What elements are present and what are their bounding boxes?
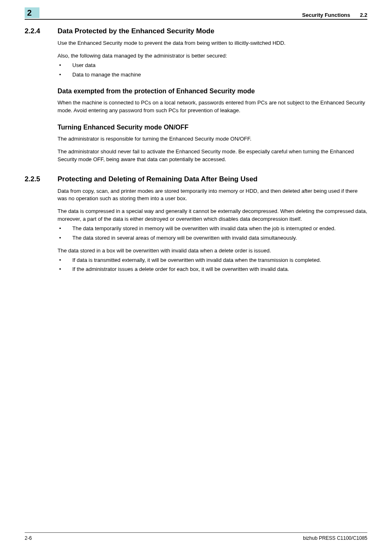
section-title: Data Protected by the Enhanced Security …	[58, 27, 214, 35]
paragraph: The data is compressed in a special way …	[58, 208, 367, 223]
bullet-list: If data is transmitted externally, it wi…	[58, 257, 367, 274]
bullet-list: The data temporarily stored in memory wi…	[58, 225, 367, 242]
list-item: The data temporarily stored in memory wi…	[58, 225, 367, 233]
bullet-list: User data Data to manage the machine	[58, 62, 367, 79]
paragraph: Data from copy, scan, and printer modes …	[58, 187, 367, 203]
page-content: 2.2.4 Data Protected by the Enhanced Sec…	[25, 20, 367, 273]
paragraph: Use the Enhanced Security mode to preven…	[58, 39, 367, 47]
list-item: Data to manage the machine	[58, 71, 367, 79]
page-number: 2-6	[25, 535, 32, 541]
section-heading-224: 2.2.4 Data Protected by the Enhanced Sec…	[25, 27, 367, 35]
paragraph: The data stored in a box will be overwri…	[58, 247, 367, 255]
subheading: Data exempted from the protection of Enh…	[58, 88, 367, 95]
list-item: If the administrator issues a delete ord…	[58, 266, 367, 273]
running-header: Security Functions 2.2	[302, 12, 367, 18]
running-title-text: Security Functions	[302, 12, 350, 18]
section-block-225: 2.2.5 Protecting and Deleting of Remaini…	[25, 175, 367, 274]
section-heading-225: 2.2.5 Protecting and Deleting of Remaini…	[25, 175, 367, 183]
section-number: 2.2.4	[25, 27, 58, 35]
subheading: Turning Enhanced Security mode ON/OFF	[58, 124, 367, 131]
document-page: 2 Security Functions 2.2 2.2.4 Data Prot…	[0, 0, 392, 555]
running-section-number: 2.2	[360, 12, 367, 18]
list-item: If data is transmitted externally, it wi…	[58, 257, 367, 264]
section-number: 2.2.5	[25, 175, 58, 183]
paragraph: The administrator should never fail to a…	[58, 148, 367, 164]
product-name: bizhub PRESS C1100/C1085	[303, 535, 367, 541]
paragraph: The administrator is responsible for tur…	[58, 135, 367, 143]
list-item: User data	[58, 62, 367, 69]
chapter-badge: 2	[25, 7, 41, 18]
page-footer: 2-6 bizhub PRESS C1100/C1085	[25, 532, 367, 541]
paragraph: When the machine is connected to PCs on …	[58, 99, 367, 115]
paragraph: Also, the following data managed by the …	[58, 52, 367, 60]
page-header: 2 Security Functions 2.2	[25, 0, 367, 20]
chapter-badge-wrap: 2	[25, 7, 41, 18]
list-item: The data stored in several areas of memo…	[58, 234, 367, 242]
chapter-number: 2	[27, 8, 32, 18]
section-title: Protecting and Deleting of Remaining Dat…	[58, 175, 258, 183]
